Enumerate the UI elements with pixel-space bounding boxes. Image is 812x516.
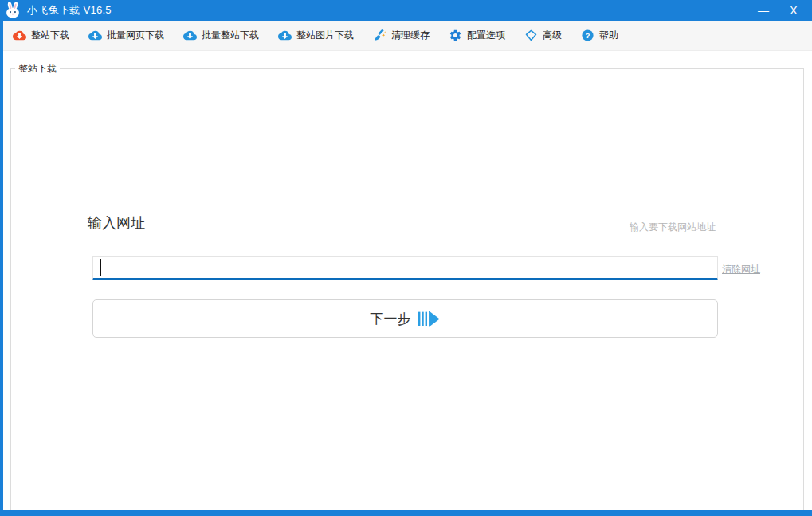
app-window: 小飞兔下载 V16.5 — X 整站下载 批量网页下载 [0, 0, 812, 516]
cloud-download-icon [88, 29, 102, 42]
broom-icon [373, 29, 386, 42]
url-input[interactable] [93, 257, 717, 278]
toolbar-item-label: 配置选项 [467, 29, 505, 42]
toolbar-item-whole-site-download[interactable]: 整站下载 [13, 29, 69, 42]
toolbar-item-label: 高级 [543, 29, 562, 42]
window-controls: — X [748, 0, 812, 21]
url-input-wrap [92, 256, 718, 280]
window-title: 小飞兔下载 V16.5 [27, 3, 112, 18]
svg-text:?: ? [585, 31, 590, 40]
cloud-download-icon [278, 29, 292, 42]
toolbar-item-advanced[interactable]: 高级 [524, 29, 562, 42]
toolbar-item-label: 批量网页下载 [107, 29, 164, 42]
toolbar: 整站下载 批量网页下载 批量整站下载 [0, 21, 812, 51]
diamond-icon [524, 29, 538, 42]
toolbar-item-config-options[interactable]: 配置选项 [449, 29, 505, 42]
url-hint-text: 输入要下载网站地址 [0, 221, 716, 234]
window-frame-left [0, 21, 3, 516]
help-icon: ? [581, 29, 594, 42]
cloud-download-icon [13, 29, 26, 42]
gear-icon [449, 29, 462, 42]
titlebar: 小飞兔下载 V16.5 — X [0, 0, 812, 21]
minimize-button[interactable]: — [748, 0, 779, 21]
groupbox-label: 整站下载 [15, 62, 60, 76]
clear-url-link[interactable]: 清除网址 [722, 263, 760, 276]
next-step-label: 下一步 [371, 310, 411, 328]
toolbar-item-clear-cache[interactable]: 清理缓存 [373, 29, 430, 42]
toolbar-item-help[interactable]: ? 帮助 [581, 29, 618, 42]
fast-forward-icon [418, 311, 441, 327]
window-frame-bottom [0, 510, 812, 516]
toolbar-item-label: 整站图片下载 [296, 29, 354, 42]
whole-site-download-groupbox: 整站下载 [10, 68, 804, 510]
next-step-button[interactable]: 下一步 [92, 299, 718, 338]
toolbar-item-label: 清理缓存 [391, 29, 430, 42]
toolbar-item-label: 帮助 [599, 29, 618, 42]
rabbit-icon [4, 2, 22, 19]
toolbar-item-label: 整站下载 [31, 29, 69, 42]
toolbar-item-batch-webpage-download[interactable]: 批量网页下载 [88, 29, 164, 42]
close-button[interactable]: X [779, 0, 809, 21]
cloud-download-icon [183, 29, 197, 42]
toolbar-item-label: 批量整站下载 [202, 29, 259, 42]
toolbar-item-batch-site-download[interactable]: 批量整站下载 [183, 29, 259, 42]
toolbar-item-site-image-download[interactable]: 整站图片下载 [278, 29, 354, 42]
